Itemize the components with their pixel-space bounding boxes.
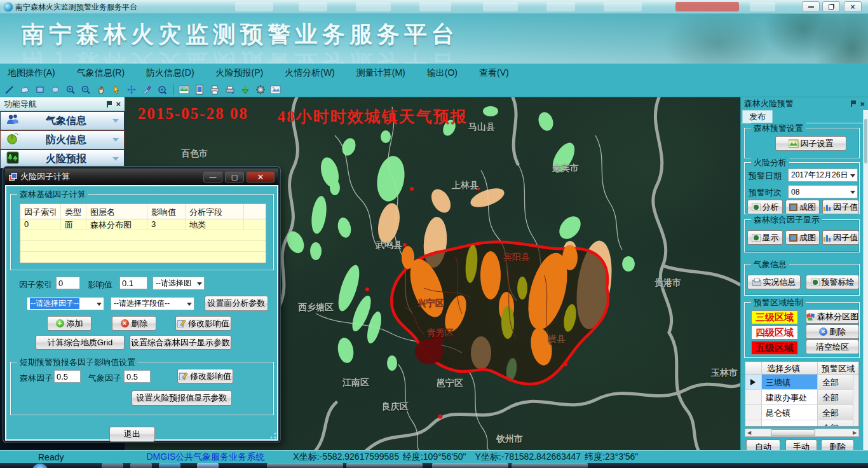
- factor-settings-button[interactable]: 因子设置: [775, 136, 846, 151]
- dialog-close-button[interactable]: ✕: [247, 172, 275, 182]
- delete-area-button[interactable]: × 删除: [806, 324, 859, 339]
- zoom-window-icon[interactable]: [156, 84, 168, 95]
- dialog-title-bar[interactable]: 火险因子计算 — ▢ ✕: [5, 169, 278, 185]
- pin-icon[interactable]: [851, 100, 856, 107]
- fire-forecast-params-button[interactable]: 设置火险预报值显示参数: [132, 390, 232, 406]
- row-selector[interactable]: [745, 375, 762, 389]
- windows-taskbar[interactable]: [0, 463, 868, 468]
- display-params-button[interactable]: 设置综合森林因子显示参数: [130, 335, 231, 350]
- scroll-left-icon[interactable]: ◀: [745, 429, 753, 436]
- township-cell[interactable]: [762, 420, 818, 427]
- document-icon[interactable]: [194, 84, 205, 95]
- taskbar-item[interactable]: [512, 463, 588, 468]
- menu-fire-prevention[interactable]: 防火信息(D): [146, 67, 194, 79]
- factor-index-input[interactable]: [56, 277, 80, 289]
- table-row[interactable]: 全部: [745, 420, 858, 427]
- township-table-hscrollbar[interactable]: ◀ ▶: [745, 429, 859, 437]
- table-row[interactable]: 三塘镇 全部: [745, 375, 858, 390]
- factor-value-button[interactable]: 因子值: [822, 230, 859, 245]
- make-map-button[interactable]: 成图: [785, 200, 820, 214]
- township-table-vscrollbar[interactable]: [853, 375, 858, 426]
- status-system-link[interactable]: DMGIS公共气象服务业务系统: [146, 451, 264, 463]
- taskbar-item[interactable]: [159, 463, 180, 468]
- forest-factor-input[interactable]: [54, 370, 81, 383]
- rectangle-icon[interactable]: [34, 84, 46, 95]
- dialog-minimize-button[interactable]: —: [203, 172, 222, 182]
- menu-fire-risk-forecast[interactable]: 火险预报(P): [216, 67, 264, 79]
- menu-output[interactable]: 输出(O): [427, 67, 458, 79]
- level3-area-label[interactable]: 三级区域: [751, 310, 798, 324]
- ellipse-icon[interactable]: [50, 84, 61, 95]
- township-cell[interactable]: 昆仑镇: [762, 405, 818, 420]
- warning-date-select[interactable]: 2017年12月26日: [788, 169, 858, 182]
- gear-icon[interactable]: [255, 84, 266, 95]
- clear-drawing-button[interactable]: 清空绘区: [806, 340, 859, 354]
- field-value-select[interactable]: --请选择字段值--: [111, 297, 194, 310]
- close-button[interactable]: ×: [844, 1, 862, 12]
- table-row[interactable]: 建政办事处 全部: [745, 390, 858, 405]
- photo-viewer-icon[interactable]: [270, 84, 281, 95]
- row-selector[interactable]: [745, 405, 762, 420]
- menu-fire-analysis[interactable]: 火情分析(W): [285, 67, 335, 79]
- make-map-button[interactable]: 成图: [785, 230, 820, 245]
- area-analysis-params-button[interactable]: 设置面分析参数: [205, 296, 268, 311]
- zoom-out-icon[interactable]: [80, 84, 92, 95]
- taskbar-item[interactable]: [130, 463, 152, 468]
- fire-risk-factor-dialog[interactable]: 火险因子计算 — ▢ ✕ 森林基础因子计算 因子索引 类型 图层名 影响值 分析…: [3, 167, 280, 443]
- weather-factor-input[interactable]: [124, 370, 151, 383]
- warning-time-select[interactable]: 08: [788, 185, 858, 198]
- table-row[interactable]: 昆仑镇 全部: [745, 405, 858, 420]
- township-cell[interactable]: 建政办事处: [762, 390, 818, 404]
- analyze-button[interactable]: 分析: [747, 200, 783, 214]
- tab-publish[interactable]: 发布: [742, 110, 773, 123]
- add-button[interactable]: +添加: [47, 316, 92, 331]
- modify-impact-button[interactable]: 修改影响值: [175, 316, 231, 331]
- select-arrow-icon[interactable]: [111, 84, 122, 95]
- nav-item-weather-info[interactable]: 气象信息: [0, 111, 125, 130]
- close-icon[interactable]: ×: [860, 100, 865, 108]
- display-button[interactable]: 显示: [747, 230, 783, 245]
- print-icon[interactable]: [209, 84, 220, 95]
- table-row[interactable]: 0 面 森林分布图 3 地类: [20, 219, 266, 230]
- modify-impact-button[interactable]: 修改影响值: [177, 369, 233, 383]
- print-output-icon[interactable]: [224, 84, 236, 95]
- forest-zone-map-button[interactable]: 森林分区图: [806, 309, 859, 324]
- level4-area-label[interactable]: 四级区域: [751, 326, 798, 340]
- eraser-icon[interactable]: [19, 84, 31, 95]
- layer-select[interactable]: --请选择图: [153, 277, 205, 290]
- resize-grip[interactable]: [270, 432, 276, 439]
- factor-value-button[interactable]: 因子值: [822, 200, 859, 214]
- move-icon[interactable]: [126, 84, 137, 95]
- township-cell[interactable]: 三塘镇: [762, 375, 818, 389]
- delete-button[interactable]: ×删除: [112, 316, 156, 331]
- factor-select[interactable]: --请选择因子--: [27, 297, 104, 310]
- download-icon[interactable]: [240, 84, 251, 95]
- right-panel-scrollbar[interactable]: [863, 110, 868, 450]
- calc-grid-button[interactable]: 计算综合地质Grid: [36, 335, 125, 350]
- minimize-button[interactable]: [802, 1, 820, 12]
- scroll-right-icon[interactable]: ▶: [851, 429, 858, 436]
- row-selector[interactable]: [745, 390, 762, 404]
- taskbar-item[interactable]: [102, 463, 123, 468]
- level5-area-label[interactable]: 五级区域: [751, 341, 798, 355]
- dialog-maximize-button[interactable]: ▢: [225, 172, 244, 182]
- menu-map-operation[interactable]: 地图操作(A): [8, 67, 55, 79]
- live-info-button[interactable]: 实况信息: [747, 275, 801, 289]
- close-icon[interactable]: ×: [116, 100, 121, 108]
- row-selector[interactable]: [745, 420, 762, 427]
- pan-hand-icon[interactable]: [95, 84, 107, 95]
- menu-view[interactable]: 查看(V): [479, 67, 509, 79]
- image-export-icon[interactable]: [179, 84, 190, 95]
- zoom-in-icon[interactable]: [65, 84, 76, 95]
- pin-icon[interactable]: [107, 101, 112, 107]
- impact-value-input[interactable]: [119, 277, 147, 289]
- nav-item-fire-risk-forecast[interactable]: 火险预报: [0, 149, 125, 169]
- restore-button[interactable]: [822, 1, 840, 12]
- menu-measure-calc[interactable]: 测量计算(M): [356, 67, 405, 79]
- exit-button[interactable]: 退出: [109, 427, 155, 442]
- taskbar-item[interactable]: [346, 463, 423, 468]
- scrollbar-thumb[interactable]: [771, 429, 815, 436]
- menu-weather-info[interactable]: 气象信息(R): [77, 67, 125, 79]
- start-orb-icon[interactable]: [32, 464, 48, 468]
- warning-plot-button[interactable]: 预警标绘: [806, 275, 859, 289]
